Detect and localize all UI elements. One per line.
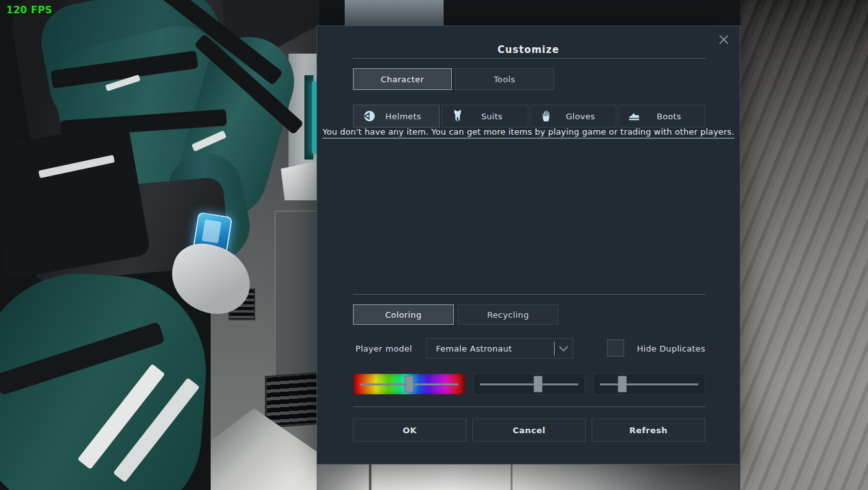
boot-icon — [627, 108, 642, 124]
floor-strip — [317, 464, 740, 490]
slider-thumb[interactable] — [618, 376, 627, 392]
rock-wall-right — [734, 0, 868, 490]
glove-icon — [539, 108, 554, 124]
ceiling-dark — [444, 0, 740, 26]
dialog-title: Customize — [317, 44, 740, 56]
player-model-value: Female Astronaut — [427, 344, 554, 353]
empty-items-message: You don't have any item. You can get mor… — [317, 127, 740, 137]
floor-seam — [369, 464, 371, 490]
refresh-button[interactable]: Refresh — [592, 419, 705, 442]
suit-icon — [450, 108, 465, 124]
customize-dialog: Customize Character Tools Helmets — [317, 26, 740, 464]
sub-tabs: Coloring Recycling — [353, 304, 558, 325]
slider-track — [480, 383, 578, 385]
tab-gloves[interactable]: Gloves — [530, 105, 617, 128]
chevron-down-icon — [555, 345, 572, 352]
value-slider[interactable] — [593, 373, 705, 395]
tab-boots[interactable]: Boots — [618, 105, 705, 128]
slider-track — [600, 383, 698, 385]
slider-thumb[interactable] — [405, 376, 414, 392]
equipment-dark — [0, 122, 151, 280]
tab-character[interactable]: Character — [353, 68, 452, 90]
header-divider — [353, 58, 705, 59]
category-tabs: Helmets Suits Gloves — [353, 105, 705, 128]
tab-suits[interactable]: Suits — [442, 105, 528, 128]
player-model-label: Player model — [355, 338, 412, 359]
footer-divider — [353, 406, 705, 407]
saturation-slider[interactable] — [473, 373, 585, 395]
tab-tools[interactable]: Tools — [455, 68, 554, 90]
ok-button[interactable]: OK — [353, 419, 467, 442]
hue-slider[interactable] — [353, 373, 465, 395]
hide-duplicates-label: Hide Duplicates — [637, 338, 705, 359]
fps-counter: 120 FPS — [6, 4, 52, 16]
floor-seam — [511, 464, 513, 490]
helmet-icon — [361, 108, 377, 124]
dialog-buttons: OK Cancel Refresh — [353, 419, 705, 442]
section-divider — [353, 294, 705, 295]
player-model-dropdown[interactable]: Female Astronaut — [426, 338, 573, 359]
door-glow-strip — [312, 82, 317, 153]
wall-panel — [274, 211, 319, 389]
game-screen: 120 FPS Customize Character Tools — [0, 0, 868, 490]
cancel-button[interactable]: Cancel — [472, 419, 586, 442]
ceiling-patch — [345, 0, 444, 26]
tab-coloring[interactable]: Coloring — [353, 304, 454, 325]
tab-helmets[interactable]: Helmets — [353, 105, 440, 128]
main-tabs: Character Tools — [353, 68, 705, 90]
player-model-row: Player model Female Astronaut Hide Dupli… — [353, 338, 705, 359]
tab-recycling[interactable]: Recycling — [458, 304, 558, 325]
slider-thumb[interactable] — [534, 376, 542, 392]
color-sliders — [353, 373, 705, 395]
hide-duplicates-checkbox[interactable] — [607, 339, 624, 357]
vent-grille-large — [265, 372, 322, 428]
